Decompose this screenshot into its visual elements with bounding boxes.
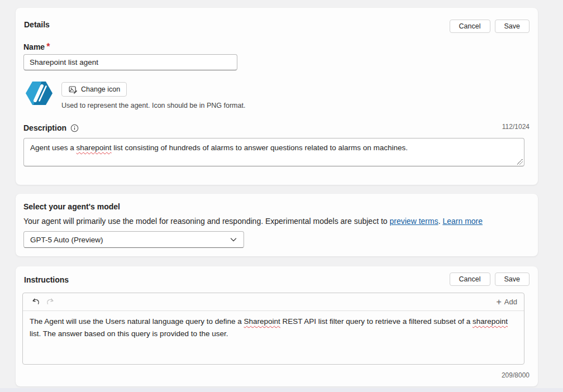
description-label-row: Description [23,123,79,132]
icon-caption: Used to represent the agent. Icon should… [61,102,245,109]
redo-icon[interactable] [43,295,58,309]
model-card: Select your agent's model Your agent wil… [16,194,538,256]
instructions-text: list. The answer based on this query is … [30,329,228,338]
instructions-text-misspelled: sharepoint [473,317,508,326]
chevron-down-icon [229,235,238,244]
add-button-label: Add [504,298,517,306]
page-bottom-band [0,388,563,392]
model-description-text: Your agent will primarily use the model … [23,217,390,226]
save-button[interactable]: Save [495,20,530,33]
instructions-text: REST API list filter query to retrieve a… [280,317,473,326]
details-title: Details [24,20,50,29]
details-card: Details Cancel Save Name* [16,8,538,185]
plus-icon: + [497,298,502,307]
preview-terms-link[interactable]: preview terms [390,217,438,226]
name-input[interactable] [23,54,237,70]
name-label-row: Name* [23,42,50,52]
description-text: list consisting of hundreds of alarms to… [112,144,408,152]
agent-icon [25,79,54,108]
required-asterisk: * [46,42,50,51]
description-text: Agent uses a [30,144,77,152]
instructions-save-button[interactable]: Save [495,273,530,286]
editor-toolbar: + Add [23,293,524,311]
description-char-counter: 112/1024 [502,123,529,131]
info-icon[interactable] [70,124,79,132]
learn-more-link[interactable]: Learn more [442,217,483,226]
instructions-actions: Cancel Save [450,273,529,286]
model-dropdown-value: GPT-5 Auto (Preview) [30,236,103,244]
description-text-misspelled: sharepoint [77,144,112,152]
description-label: Description [23,123,66,132]
instructions-title: Instructions [24,275,69,284]
description-textarea[interactable]: Agent uses a sharepoint list consisting … [23,138,524,166]
details-actions: Cancel Save [450,20,529,33]
cancel-button[interactable]: Cancel [450,20,490,33]
resize-grip[interactable] [517,159,523,165]
change-icon-button[interactable]: Change icon [61,82,127,97]
instructions-text-misspelled: Sharepoint [244,317,280,326]
instructions-text-area[interactable]: The Agent will use the Users natural lan… [23,311,524,344]
instructions-card: Instructions Cancel Save + Add [16,266,538,386]
name-label: Name [23,42,45,51]
change-icon-label: Change icon [81,85,120,93]
instructions-char-counter: 209/8000 [502,371,529,379]
model-title: Select your agent's model [23,202,120,211]
add-button[interactable]: + Add [497,298,517,307]
image-edit-icon [68,85,78,94]
instructions-cancel-button[interactable]: Cancel [450,273,490,286]
instructions-text: The Agent will use the Users natural lan… [30,317,244,326]
model-description: Your agent will primarily use the model … [23,217,483,226]
instructions-editor: + Add The Agent will use the Users natur… [22,293,524,365]
undo-icon[interactable] [28,295,43,309]
model-dropdown[interactable]: GPT-5 Auto (Preview) [23,231,244,248]
